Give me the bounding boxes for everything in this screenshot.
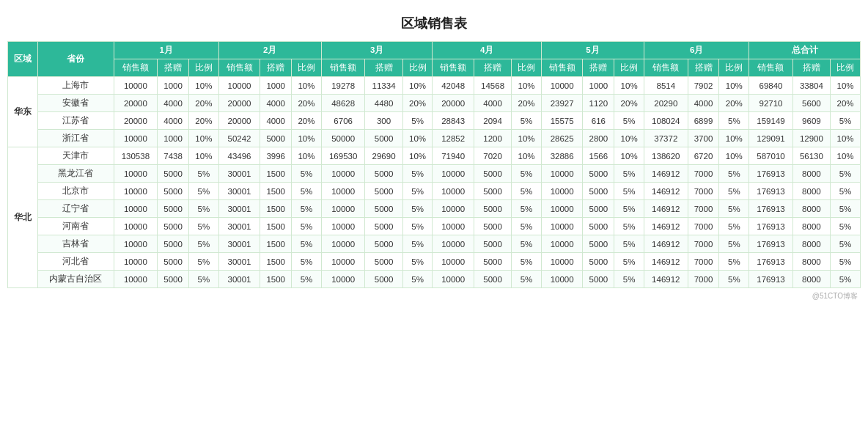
data-cell-3-sales: 10000: [433, 218, 474, 235]
header-row-1: 区域 省份 1月 2月 3月 4月 5月 6月 总合计: [8, 42, 861, 59]
table-row: 河南省1000050005%3000115005%1000050005%1000…: [8, 218, 861, 235]
data-cell-3-gift: 5000: [474, 165, 511, 183]
data-cell-2-gift: 4480: [365, 95, 402, 112]
data-cell-5-sales: 146912: [644, 253, 688, 271]
header-t-ratio: 比例: [831, 59, 861, 77]
data-cell-0-gift: 4000: [158, 112, 189, 130]
data-cell-3-ratio: 5%: [512, 218, 542, 235]
province-cell: 辽宁省: [37, 200, 114, 218]
data-cell-1-ratio: 5%: [292, 218, 322, 235]
data-cell-0-ratio: 5%: [189, 271, 219, 288]
data-cell-4-ratio: 5%: [614, 112, 644, 130]
data-cell-3-sales: 20000: [433, 95, 474, 112]
data-cell-1-ratio: 10%: [292, 77, 322, 95]
data-cell-6-sales: 69840: [749, 77, 793, 95]
data-cell-4-ratio: 5%: [614, 183, 644, 200]
data-cell-5-ratio: 5%: [719, 235, 749, 253]
table-row: 安徽省20000400020%20000400020%48628448020%2…: [8, 95, 861, 112]
table-row: 辽宁省1000050005%3000115005%1000050005%1000…: [8, 200, 861, 218]
data-cell-5-sales: 146912: [644, 183, 688, 200]
data-cell-6-ratio: 5%: [831, 253, 861, 271]
data-cell-6-ratio: 5%: [831, 183, 861, 200]
data-cell-2-sales: 10000: [321, 165, 365, 183]
data-cell-2-sales: 10000: [321, 235, 365, 253]
data-cell-1-ratio: 10%: [292, 147, 322, 165]
data-cell-0-ratio: 20%: [189, 112, 219, 130]
data-cell-2-gift: 5000: [365, 271, 402, 288]
data-cell-4-sales: 10000: [541, 253, 583, 271]
data-cell-1-sales: 20000: [218, 95, 260, 112]
table-row: 内蒙古自治区1000050005%3000115005%1000050005%1…: [8, 271, 861, 288]
data-cell-1-gift: 4000: [260, 112, 292, 130]
header-month-1: 1月: [114, 42, 218, 59]
table-row: 浙江省10000100010%50242500010%50000500010%1…: [8, 130, 861, 147]
data-cell-3-ratio: 10%: [512, 77, 542, 95]
data-cell-3-ratio: 5%: [512, 183, 542, 200]
data-cell-2-sales: 10000: [321, 271, 365, 288]
data-cell-6-ratio: 10%: [831, 130, 861, 147]
data-cell-6-ratio: 5%: [831, 235, 861, 253]
data-cell-6-sales: 176913: [749, 200, 793, 218]
data-cell-3-sales: 71940: [433, 147, 474, 165]
data-cell-6-ratio: 10%: [831, 77, 861, 95]
data-cell-3-gift: 4000: [474, 95, 511, 112]
header-2-ratio: 比例: [292, 59, 322, 77]
data-cell-0-sales: 10000: [114, 183, 158, 200]
data-cell-4-gift: 5000: [583, 183, 614, 200]
data-cell-2-sales: 6706: [321, 112, 365, 130]
page-container: 区域销售表 区域 省份 1月 2月 3月 4月 5月 6月 总合计 销售额 搭赠…: [0, 0, 868, 440]
data-cell-2-gift: 5000: [365, 165, 402, 183]
page-title: 区域销售表: [7, 7, 861, 41]
province-cell: 江苏省: [37, 112, 114, 130]
data-cell-4-gift: 5000: [583, 253, 614, 271]
data-cell-2-sales: 50000: [321, 130, 365, 147]
header-month-2: 2月: [218, 42, 321, 59]
data-cell-5-gift: 7000: [688, 253, 719, 271]
data-cell-4-ratio: 5%: [614, 200, 644, 218]
province-cell: 河南省: [37, 218, 114, 235]
data-cell-1-sales: 30001: [218, 253, 260, 271]
data-cell-5-ratio: 5%: [719, 165, 749, 183]
data-cell-5-sales: 146912: [644, 200, 688, 218]
data-cell-6-sales: 176913: [749, 253, 793, 271]
header-month-5: 5月: [541, 42, 644, 59]
data-cell-5-gift: 6899: [688, 112, 719, 130]
data-cell-3-sales: 10000: [433, 165, 474, 183]
data-cell-5-ratio: 5%: [719, 183, 749, 200]
data-cell-5-ratio: 5%: [719, 253, 749, 271]
data-cell-0-gift: 1000: [158, 77, 189, 95]
header-total: 总合计: [749, 42, 861, 59]
province-cell: 北京市: [37, 183, 114, 200]
data-cell-0-gift: 4000: [158, 95, 189, 112]
data-cell-3-sales: 42048: [433, 77, 474, 95]
data-cell-2-sales: 10000: [321, 183, 365, 200]
data-cell-0-ratio: 10%: [189, 130, 219, 147]
data-cell-3-gift: 5000: [474, 200, 511, 218]
data-cell-1-gift: 5000: [260, 130, 292, 147]
region-cell: 华东: [8, 77, 38, 147]
data-cell-0-sales: 10000: [114, 77, 158, 95]
data-cell-2-gift: 5000: [365, 218, 402, 235]
data-cell-4-sales: 23927: [541, 95, 583, 112]
data-cell-4-gift: 5000: [583, 235, 614, 253]
data-cell-3-ratio: 5%: [512, 112, 542, 130]
header-5-sales: 销售额: [541, 59, 583, 77]
data-cell-5-ratio: 5%: [719, 200, 749, 218]
data-cell-3-ratio: 5%: [512, 235, 542, 253]
data-cell-5-sales: 20290: [644, 95, 688, 112]
data-cell-0-ratio: 5%: [189, 200, 219, 218]
data-cell-0-sales: 10000: [114, 235, 158, 253]
header-t-gift: 搭赠: [792, 59, 830, 77]
data-cell-3-sales: 10000: [433, 200, 474, 218]
data-cell-0-gift: 5000: [158, 183, 189, 200]
data-cell-0-gift: 1000: [158, 130, 189, 147]
data-cell-2-ratio: 5%: [402, 200, 433, 218]
data-cell-5-gift: 7000: [688, 235, 719, 253]
data-cell-6-ratio: 10%: [831, 147, 861, 165]
data-cell-6-sales: 176913: [749, 218, 793, 235]
data-cell-6-sales: 129091: [749, 130, 793, 147]
data-cell-3-ratio: 5%: [512, 271, 542, 288]
data-cell-4-ratio: 5%: [614, 253, 644, 271]
data-cell-6-gift: 9609: [792, 112, 830, 130]
data-cell-5-gift: 4000: [688, 95, 719, 112]
